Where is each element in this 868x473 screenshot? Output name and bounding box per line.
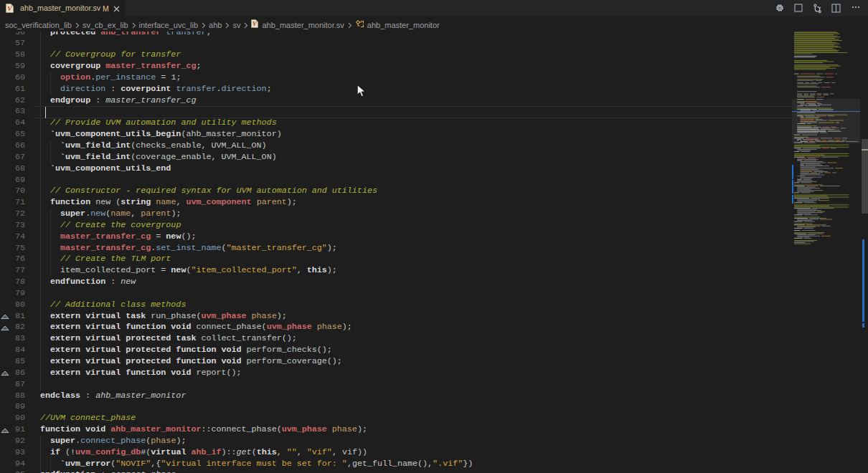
svg-text:V: V bbox=[7, 5, 12, 12]
svg-text:V: V bbox=[253, 21, 258, 27]
